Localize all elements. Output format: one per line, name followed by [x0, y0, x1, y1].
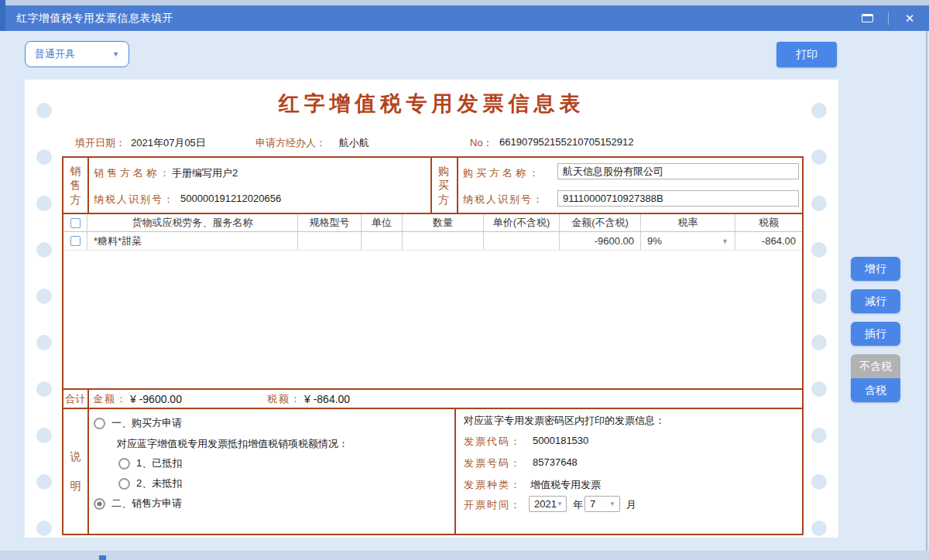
table-row: *糖料*甜菜 -9600.00 9%▼ -864.00	[63, 232, 802, 251]
col-header-taxrate: 税率	[641, 214, 735, 231]
punch-dot	[36, 149, 52, 165]
window-controls-divider	[888, 12, 889, 25]
item-name-cell[interactable]: *糖料*甜菜	[87, 232, 298, 250]
remove-row-button[interactable]: 减行	[851, 289, 900, 313]
punch-dot	[36, 242, 52, 258]
form-title: 红字增值税专用发票信息表	[25, 90, 838, 118]
no-value: 661907952155210705152912	[499, 136, 634, 148]
radio-option-1[interactable]: 1、已抵扣	[118, 456, 182, 470]
item-amount-cell[interactable]: -9600.00	[560, 232, 641, 250]
select-all-checkbox[interactable]	[70, 218, 81, 228]
fill-date-label: 填开日期：	[75, 136, 125, 150]
divider	[457, 158, 458, 213]
invoice-date-label: 开票时间：	[464, 498, 522, 512]
title-bar: 红字增值税专用发票信息表填开 ✕	[5, 5, 929, 31]
punch-dot	[36, 474, 52, 490]
punch-dot	[811, 521, 827, 536]
year-suffix: 年	[573, 498, 583, 512]
chevron-down-icon: ▼	[112, 50, 119, 58]
item-spec-cell[interactable]	[298, 232, 362, 250]
buyer-taxid-input[interactable]	[557, 190, 799, 207]
top-edge-strip	[0, 0, 929, 5]
invoice-number-label: 发票号码：	[464, 456, 522, 470]
divider	[87, 409, 89, 534]
punch-dot	[36, 289, 52, 304]
total-tax-label: 税额：	[267, 390, 302, 408]
fill-date-value: 2021年07月05日	[131, 136, 206, 150]
close-button[interactable]: ✕	[900, 10, 920, 27]
radio-icon	[94, 498, 105, 510]
buyer-side-label: 购买方	[430, 158, 457, 213]
add-row-button[interactable]: 增行	[851, 257, 900, 281]
total-amount-value: ¥ -9600.00	[130, 390, 182, 408]
total-amount-label: 金额：	[93, 390, 128, 408]
col-header-price: 单价(不含税)	[484, 214, 560, 231]
divider	[87, 158, 89, 213]
item-qty-cell[interactable]	[403, 232, 484, 250]
insert-row-button[interactable]: 插行	[851, 322, 900, 346]
issue-mode-dropdown[interactable]: 普通开具 ▼	[25, 41, 129, 67]
chevron-down-icon: ▼	[722, 237, 735, 245]
explanation-side-label: 说明	[63, 409, 87, 534]
tax-exclusive-button[interactable]: 不含税	[851, 354, 900, 378]
radio-icon	[94, 418, 105, 429]
explanation-sub-note: 对应蓝字增值税专用发票抵扣增值税销项税额情况：	[117, 437, 348, 451]
punch-dot	[811, 335, 827, 350]
item-price-cell[interactable]	[484, 232, 560, 250]
month-select[interactable]: 7 ▼	[584, 496, 620, 512]
chevron-down-icon: ▼	[609, 500, 615, 507]
items-table-header: 货物或应税劳务、服务名称 规格型号 单位 数量 单价(不含税) 金额(不含税) …	[63, 214, 802, 232]
punch-dot	[36, 428, 52, 443]
radio-option-0[interactable]: 一、购买方申请	[94, 416, 182, 430]
punch-dot	[811, 474, 827, 490]
window-controls: ✕	[857, 5, 920, 31]
punch-dot	[36, 196, 52, 211]
invoice-type-label: 发票种类：	[464, 478, 522, 492]
buyer-taxid-label: 纳税人识别号：	[463, 193, 544, 207]
punch-dot	[36, 335, 52, 350]
blue-invoice-heading: 对应蓝字专用发票密码区内打印的发票信息：	[464, 414, 665, 428]
month-suffix: 月	[626, 498, 636, 512]
restore-button[interactable]	[857, 10, 877, 27]
punch-dot	[811, 289, 827, 304]
total-row: 合计 金额： ¥ -9600.00 税额： ¥ -864.00	[62, 388, 804, 409]
seller-taxid-value: 500000191212020656	[180, 193, 281, 204]
item-unit-cell[interactable]	[362, 232, 403, 250]
radio-icon	[118, 458, 130, 470]
seller-name-value: 手册编写用户2	[172, 166, 238, 180]
no-label: No：	[470, 136, 493, 150]
year-select[interactable]: 2021 ▼	[529, 496, 567, 512]
row-checkbox[interactable]	[70, 236, 81, 246]
total-label: 合计	[63, 390, 87, 408]
invoice-code-value: 5000181530	[533, 435, 588, 446]
invoice-number-value: 85737648	[533, 456, 578, 468]
punch-dot	[811, 149, 827, 165]
radio-option-2[interactable]: 2、未抵扣	[118, 476, 182, 490]
corner-artifact	[0, 0, 5, 31]
issue-mode-value: 普通开具	[35, 47, 112, 61]
print-button[interactable]: 打印	[776, 42, 837, 67]
agent-value: 航小航	[339, 136, 369, 150]
item-taxrate-dropdown[interactable]: 9%▼	[641, 232, 735, 250]
window-title: 红字增值税专用发票信息表填开	[16, 12, 173, 26]
item-tax-cell[interactable]: -864.00	[735, 232, 802, 250]
app-window: 红字增值税专用发票信息表填开 ✕ 普通开具 ▼ 打印 红字增值税专用发票信息表 …	[0, 0, 929, 560]
radio-icon	[118, 478, 130, 490]
bottom-edge-artifact	[99, 555, 106, 560]
col-header-name: 货物或应税劳务、服务名称	[87, 214, 298, 231]
radio-option-3[interactable]: 二、销售方申请	[94, 497, 182, 510]
explanation-box: 说明 一、购买方申请 对应蓝字增值税专用发票抵扣增值税销项税额情况： 1、已抵扣…	[62, 408, 804, 535]
buyer-name-input[interactable]	[557, 163, 799, 179]
punch-dot	[811, 242, 827, 258]
agent-label: 申请方经办人：	[255, 136, 326, 150]
col-header-tax: 税额	[735, 214, 802, 231]
party-box: 销售方 销售方名称： 手册编写用户2 纳税人识别号： 5000001912120…	[62, 156, 804, 214]
seller-taxid-label: 纳税人识别号：	[94, 193, 175, 207]
divider	[87, 390, 89, 408]
tax-inclusive-button[interactable]: 含税	[851, 378, 900, 402]
punch-dot	[811, 428, 827, 443]
col-header-spec: 规格型号	[298, 214, 362, 231]
chevron-down-icon: ▼	[557, 500, 563, 507]
right-edge-line	[926, 31, 927, 551]
total-tax-value: ¥ -864.00	[304, 390, 350, 408]
